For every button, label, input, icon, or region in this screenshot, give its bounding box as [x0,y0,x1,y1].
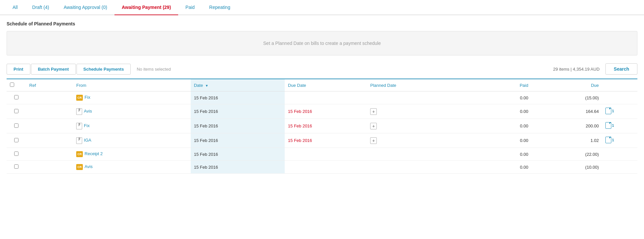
cell-date: 15 Feb 2016 [191,133,285,148]
from-link[interactable]: IGA [84,138,91,143]
tab-repeating[interactable]: Repeating [202,0,238,15]
from-link[interactable]: Receipt 2 [84,151,103,156]
doc-icon [76,108,82,115]
from-link[interactable]: Fix [84,95,90,100]
file-badge[interactable]: 1 [605,137,614,143]
cell-due-date: 15 Feb 2016 [285,133,367,148]
badge-number: 1 [612,109,614,113]
cell-paid: 0.00 [461,91,531,104]
add-planned-date-button[interactable]: + [370,108,377,115]
cell-due-amount: (15.00) [531,91,602,104]
row-checkbox[interactable] [14,138,18,142]
file-icon [605,108,611,114]
due-date-value: 15 Feb 2016 [288,109,312,114]
cell-paid: 0.00 [461,148,531,161]
cell-from: CRReceipt 2 [73,148,190,161]
planned-payments-banner: Set a Planned Date on bills to create a … [7,31,637,55]
cell-due-amount: (22.00) [531,148,602,161]
tab-draft[interactable]: Draft (4) [25,0,56,15]
batch-payment-button[interactable]: Batch Payment [31,64,76,75]
tab-all[interactable]: All [5,0,25,15]
tab-awaiting-payment[interactable]: Awaiting Payment (29) [114,0,178,15]
file-badge[interactable]: 1 [605,108,614,114]
from-link[interactable]: Avis [84,164,92,169]
header-from[interactable]: From [73,79,190,91]
cell-ref [26,104,73,119]
cell-action [602,91,637,104]
cell-from: CRFix [73,91,190,104]
due-date-value: 15 Feb 2016 [288,138,312,143]
add-planned-date-button[interactable]: + [370,123,377,129]
add-planned-date-button[interactable]: + [370,137,377,144]
from-link[interactable]: Avis [84,109,92,114]
search-button[interactable]: Search [605,63,637,75]
tab-awaiting-approval[interactable]: Awaiting Approval (0) [56,0,114,15]
cr-icon: CR [76,95,83,101]
cell-planned-date: + [367,133,461,148]
table-row: Fix15 Feb 201615 Feb 2016+0.00200.001 [7,119,637,133]
select-all-checkbox[interactable] [10,83,14,87]
cell-action: 1 [602,119,637,133]
cell-ref [26,133,73,148]
cell-paid: 0.00 [461,133,531,148]
from-link[interactable]: Fix [84,123,89,128]
cell-from: Avis [73,104,190,119]
cell-planned-date: + [367,119,461,133]
cell-due-date [285,148,367,161]
cr-icon: CR [76,151,83,157]
table-header: Ref From Date ▼ Due Date Planned Date Pa… [7,79,637,91]
row-checkbox[interactable] [14,164,18,169]
doc-icon [76,123,82,129]
cell-ref [26,91,73,104]
cell-due-amount: 1.02 [531,133,602,148]
cell-paid: 0.00 [461,104,531,119]
header-paid: Paid [461,79,531,91]
cell-due-date: 15 Feb 2016 [285,119,367,133]
cell-planned-date: + [367,104,461,119]
table-row: CRReceipt 215 Feb 20160.00(22.00) [7,148,637,161]
cell-due-date [285,91,367,104]
header-due-date[interactable]: Due Date [285,79,367,91]
table-row: CRAvis15 Feb 20160.00(10.00) [7,161,637,174]
tabs-bar: AllDraft (4)Awaiting Approval (0)Awaitin… [0,0,644,15]
row-checkbox[interactable] [14,123,18,128]
cell-ref [26,148,73,161]
cell-due-amount: (10.00) [531,161,602,174]
file-icon [605,137,611,143]
schedule-payments-button[interactable]: Schedule Payments [77,64,131,75]
table-row: IGA15 Feb 201615 Feb 2016+0.001.021 [7,133,637,148]
tab-paid[interactable]: Paid [178,0,202,15]
cell-date: 15 Feb 2016 [191,104,285,119]
cell-planned-date [367,161,461,174]
header-planned-date[interactable]: Planned Date [367,79,461,91]
main-content: Schedule of Planned Payments Set a Plann… [0,15,644,180]
sort-arrow-icon: ▼ [205,84,209,87]
cell-action: 1 [602,104,637,119]
badge-number: 1 [612,123,614,127]
header-action [602,79,637,91]
due-date-value: 15 Feb 2016 [288,123,312,128]
doc-icon [76,137,82,144]
cell-from: CRAvis [73,161,190,174]
cell-due-date [285,161,367,174]
cell-paid: 0.00 [461,161,531,174]
row-checkbox[interactable] [14,152,18,156]
toolbar: Print Batch Payment Schedule Payments No… [7,63,637,75]
cell-ref [26,161,73,174]
print-button[interactable]: Print [7,64,30,75]
row-checkbox[interactable] [14,109,18,113]
banner-text: Set a Planned Date on bills to create a … [263,41,381,46]
no-items-text: No items selected [137,67,552,72]
table-row: Avis15 Feb 201615 Feb 2016+0.00164.641 [7,104,637,119]
row-checkbox[interactable] [14,95,18,99]
file-badge[interactable]: 1 [605,122,614,129]
cell-from: Fix [73,119,190,133]
header-date[interactable]: Date ▼ [191,79,285,91]
header-due[interactable]: Due [531,79,602,91]
cell-date: 15 Feb 2016 [191,91,285,104]
cr-icon: CR [76,164,83,170]
badge-number: 1 [612,138,614,142]
cell-planned-date [367,148,461,161]
cell-date: 15 Feb 2016 [191,148,285,161]
cell-paid: 0.00 [461,119,531,133]
